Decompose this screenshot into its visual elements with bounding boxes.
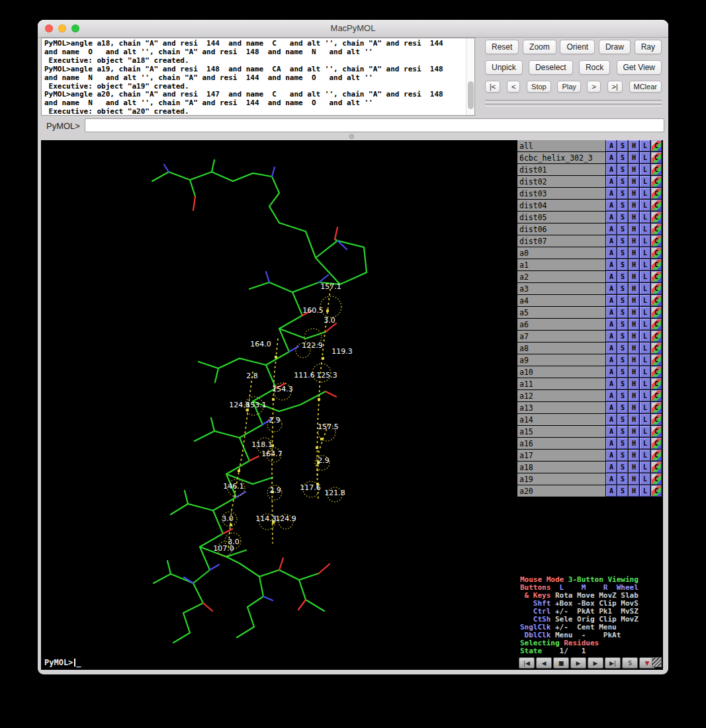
- mclear-button[interactable]: MClear: [629, 81, 662, 93]
- object-name[interactable]: a14: [517, 414, 605, 425]
- h-menu-button[interactable]: H: [629, 354, 639, 366]
- resize-grip[interactable]: [652, 657, 662, 667]
- h-menu-button[interactable]: H: [629, 176, 639, 187]
- orient-button[interactable]: Orient: [560, 40, 595, 54]
- c-menu-button[interactable]: C: [651, 462, 662, 473]
- l-menu-button[interactable]: L: [640, 319, 650, 330]
- h-menu-button[interactable]: H: [629, 331, 639, 342]
- l-menu-button[interactable]: L: [640, 426, 650, 437]
- a-menu-button[interactable]: A: [606, 188, 617, 199]
- s-menu-button[interactable]: S: [617, 390, 628, 401]
- a-menu-button[interactable]: A: [606, 176, 617, 187]
- c-menu-button[interactable]: C: [651, 354, 662, 366]
- s-menu-button[interactable]: S: [617, 307, 628, 318]
- c-menu-button[interactable]: C: [651, 450, 662, 461]
- c-menu-button[interactable]: C: [651, 223, 662, 235]
- movie-slider-track[interactable]: [485, 100, 662, 102]
- object-name[interactable]: a1: [517, 259, 605, 270]
- a-menu-button[interactable]: A: [606, 307, 617, 318]
- object-name[interactable]: a10: [517, 366, 605, 378]
- a-menu-button[interactable]: A: [606, 354, 617, 366]
- s-menu-button[interactable]: S: [617, 414, 628, 425]
- object-name[interactable]: a8: [517, 343, 605, 354]
- movie-play-button[interactable]: Play: [557, 81, 580, 93]
- l-menu-button[interactable]: L: [640, 140, 650, 151]
- object-name[interactable]: a16: [517, 438, 605, 449]
- reset-button[interactable]: Reset: [485, 40, 519, 54]
- s-menu-button[interactable]: S: [617, 319, 628, 330]
- s-menu-button[interactable]: S: [617, 438, 628, 449]
- minimize-window-button[interactable]: [58, 24, 66, 32]
- object-name[interactable]: dist04: [517, 200, 605, 211]
- s-menu-button[interactable]: S: [617, 212, 628, 223]
- a-menu-button[interactable]: A: [606, 247, 617, 259]
- s-menu-button[interactable]: S: [617, 188, 628, 199]
- stop-playback-button[interactable]: ■: [553, 657, 569, 668]
- a-menu-button[interactable]: A: [606, 223, 617, 235]
- s-menu-button[interactable]: S: [617, 152, 628, 163]
- object-name[interactable]: dist03: [517, 188, 605, 199]
- mouse-help-panel[interactable]: Mouse Mode 3-Button ViewingButtons L M R…: [520, 576, 639, 655]
- object-name[interactable]: a7: [517, 331, 605, 342]
- object-name[interactable]: dist02: [517, 176, 605, 187]
- h-menu-button[interactable]: H: [629, 366, 639, 378]
- a-menu-button[interactable]: A: [606, 378, 617, 389]
- c-menu-button[interactable]: C: [651, 390, 662, 401]
- c-menu-button[interactable]: C: [651, 295, 662, 306]
- object-name[interactable]: 6cbc_helix_302_3: [517, 152, 605, 163]
- c-menu-button[interactable]: C: [651, 331, 662, 342]
- object-name[interactable]: a12: [517, 390, 605, 401]
- object-name[interactable]: a2: [517, 271, 605, 282]
- console-log[interactable]: PyMOL>angle a18, chain "A" and resi 144 …: [41, 38, 475, 116]
- c-menu-button[interactable]: C: [651, 307, 662, 318]
- h-menu-button[interactable]: H: [629, 235, 639, 247]
- h-menu-button[interactable]: H: [629, 378, 639, 389]
- splitter-handle[interactable]: [349, 134, 354, 139]
- object-name[interactable]: a19: [517, 473, 605, 485]
- a-menu-button[interactable]: A: [606, 485, 617, 497]
- object-name[interactable]: a11: [517, 378, 605, 389]
- movie-next-button[interactable]: >: [587, 81, 600, 93]
- deselect-button[interactable]: Deselect: [529, 60, 573, 75]
- viewport-command-line[interactable]: PyMOL> _: [44, 658, 81, 667]
- movie-first-button[interactable]: |<: [485, 81, 500, 93]
- object-name[interactable]: dist01: [517, 164, 605, 175]
- c-menu-button[interactable]: C: [651, 140, 662, 151]
- l-menu-button[interactable]: L: [640, 307, 650, 318]
- h-menu-button[interactable]: H: [629, 450, 639, 461]
- h-menu-button[interactable]: H: [629, 140, 639, 151]
- l-menu-button[interactable]: L: [640, 473, 650, 485]
- movie-stop-button[interactable]: Stop: [527, 81, 551, 93]
- rock-button[interactable]: Rock: [579, 60, 610, 75]
- draw-button[interactable]: Draw: [599, 40, 631, 54]
- s-menu-button[interactable]: S: [617, 200, 628, 211]
- close-window-button[interactable]: [45, 24, 53, 32]
- l-menu-button[interactable]: L: [640, 485, 650, 497]
- s-menu-button[interactable]: S: [617, 176, 628, 187]
- object-name[interactable]: a9: [517, 354, 605, 366]
- object-name[interactable]: a13: [517, 402, 605, 413]
- l-menu-button[interactable]: L: [640, 450, 650, 461]
- h-menu-button[interactable]: H: [629, 343, 639, 354]
- l-menu-button[interactable]: L: [640, 343, 650, 354]
- object-name[interactable]: a5: [517, 307, 605, 318]
- c-menu-button[interactable]: C: [651, 378, 662, 389]
- l-menu-button[interactable]: L: [640, 354, 650, 366]
- s-menu-button[interactable]: S: [617, 259, 628, 270]
- l-menu-button[interactable]: L: [640, 390, 650, 401]
- l-menu-button[interactable]: L: [640, 164, 650, 175]
- object-name[interactable]: a18: [517, 462, 605, 473]
- next-frame-button[interactable]: ▶: [588, 657, 603, 668]
- go-to-first-frame-button[interactable]: |◀: [519, 657, 535, 668]
- h-menu-button[interactable]: H: [629, 295, 639, 306]
- l-menu-button[interactable]: L: [640, 402, 650, 413]
- l-menu-button[interactable]: L: [640, 152, 650, 163]
- s-menu-button[interactable]: S: [617, 223, 628, 235]
- c-menu-button[interactable]: C: [651, 426, 662, 437]
- a-menu-button[interactable]: A: [606, 426, 617, 437]
- object-name[interactable]: a6: [517, 319, 605, 330]
- h-menu-button[interactable]: H: [629, 462, 639, 473]
- a-menu-button[interactable]: A: [606, 402, 617, 413]
- c-menu-button[interactable]: C: [651, 319, 662, 330]
- l-menu-button[interactable]: L: [640, 295, 650, 306]
